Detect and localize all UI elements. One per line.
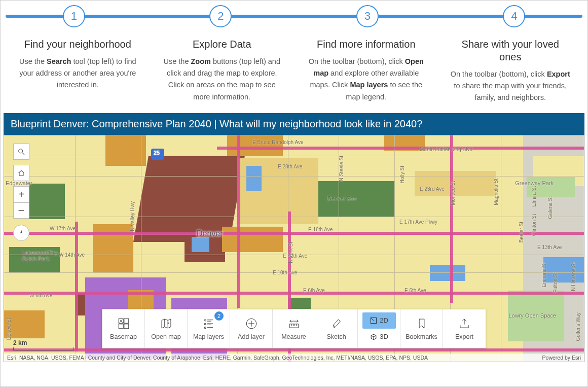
map-layers-icon	[202, 317, 215, 330]
street-steele: N Steele St	[339, 156, 344, 182]
street-e23: E 23rd Ave	[420, 186, 445, 192]
measure-button[interactable]: Measure	[273, 309, 315, 348]
street-e6: E 6th Ave	[405, 288, 426, 293]
zoom-out-button[interactable]: −	[13, 202, 29, 219]
export-label: Export	[455, 333, 473, 340]
street-golfers: Golfer's Way	[575, 312, 581, 341]
street-emporia: Emporia St	[541, 262, 547, 287]
neighborhood-greenway: Greenway Park	[515, 180, 554, 186]
street-depew: Depew St	[6, 318, 12, 340]
basemap-icon	[117, 317, 130, 330]
view-2d-button[interactable]: 2D	[362, 312, 396, 329]
export-icon	[458, 317, 471, 330]
view-2d-label: 2D	[380, 316, 388, 324]
park-label-zoo: Denver Zoo	[327, 195, 356, 201]
street-monaco: Monaco St	[450, 181, 456, 205]
bookmarks-label: Bookmarks	[406, 333, 437, 340]
svg-rect-5	[124, 324, 128, 328]
step-2-title: Explore Data	[161, 38, 283, 51]
open-map-button[interactable]: Open map	[145, 309, 188, 348]
view-3d-label: 3D	[380, 333, 388, 340]
zoom-in-button[interactable]: +	[13, 186, 29, 202]
open-map-icon	[160, 317, 173, 330]
compass-icon	[17, 229, 25, 237]
street-w6: W 6th Ave	[29, 293, 52, 298]
street-elmira: Elmira St	[531, 186, 537, 207]
bookmarks-button[interactable]: Bookmarks	[400, 309, 443, 348]
street-w14: W 14th Ave	[59, 252, 85, 258]
street-w17: W 17th Ave	[50, 226, 76, 231]
add-layer-label: Add layer	[238, 333, 265, 340]
add-layer-button[interactable]: Add layer	[230, 309, 273, 348]
step-circle-4: 4	[503, 5, 525, 27]
home-icon	[17, 169, 25, 177]
street-magnolia: Magnolia St	[493, 179, 499, 205]
street-e10: E 10th Ave	[273, 270, 297, 275]
step-4-title: Share with your loved ones	[450, 38, 572, 63]
svg-line-1	[22, 153, 24, 155]
search-icon	[17, 148, 25, 156]
open-map-label: Open map	[151, 333, 180, 340]
view-mode-group: 2D 3D	[358, 309, 400, 348]
step-descriptions: Find your neighborhood Use the Search to…	[1, 31, 587, 111]
sketch-button[interactable]: Sketch	[315, 309, 358, 348]
map-canvas[interactable]: Denver Denver Zoo Edgewater Lakewood/Dry…	[4, 135, 584, 362]
street-galena: Galena St	[547, 196, 553, 219]
add-layer-icon	[245, 317, 258, 330]
step-3-desc: On the toolbar (bottom), click Open map …	[305, 56, 427, 103]
street-e17pkwy: E 17th Ave Pkwy	[399, 219, 437, 225]
stepper: 1 2 3 4	[1, 1, 587, 31]
cube-icon	[370, 333, 378, 341]
step-circle-2: 2	[209, 5, 232, 27]
svg-rect-4	[119, 324, 123, 328]
street-beeler: Beeler St	[519, 222, 524, 242]
svg-point-13	[204, 323, 206, 325]
step-4-desc: On the toolbar (bottom), click Export to…	[450, 68, 572, 104]
basemap-button[interactable]: Basemap	[102, 309, 145, 348]
city-label: Denver	[197, 229, 223, 238]
step-3-title: Find more information	[305, 38, 427, 51]
compass-button[interactable]	[13, 225, 29, 241]
step-circle-3: 3	[356, 5, 379, 27]
step-1-desc: Use the Search tool (top left) to find y…	[17, 56, 139, 91]
street-holly: Holly St	[399, 166, 405, 183]
attribution-bar: Esri, NASA, NGA, USGS, FEMA | County and…	[4, 354, 584, 362]
street-mlk: Martin Luther King Blvd	[420, 147, 472, 152]
map-toolbar: Basemap Open map 2 Map layers Add layer …	[102, 309, 486, 348]
map-layers-badge: 2	[214, 311, 224, 321]
street-e6w: E 6th Ave	[303, 288, 325, 293]
search-button[interactable]	[13, 144, 29, 160]
scale-bar	[13, 347, 74, 350]
basemap-label: Basemap	[110, 333, 137, 340]
street-havana: N Havana St	[571, 262, 576, 291]
attribution-text: Esri, NASA, NGA, USGS, FEMA | County and…	[7, 355, 428, 361]
bookmark-icon	[415, 317, 428, 330]
street-york: N York St	[288, 242, 293, 263]
street-e12: E 12th Ave	[283, 253, 307, 259]
powered-by: Powered by Esri	[542, 355, 581, 361]
street-fulton: Fulton St	[553, 272, 558, 293]
street-e16: E 16th Ave	[308, 227, 333, 232]
home-button[interactable]	[13, 165, 29, 181]
step-circle-1: 1	[63, 5, 85, 27]
street-bruce-randolph: E Bruce Randolph Ave	[252, 139, 303, 145]
svg-rect-21	[289, 324, 299, 327]
scale-label: 2 km	[13, 339, 27, 346]
svg-point-16	[204, 327, 206, 328]
map-layers-label: Map layers	[193, 333, 224, 340]
map-title-bar: Blueprint Denver: Comprehensive Plan 204…	[4, 113, 584, 135]
measure-icon	[287, 317, 301, 330]
view-3d-button[interactable]: 3D	[362, 329, 396, 345]
svg-point-0	[19, 149, 23, 153]
neighborhood-lowry: Lowry Open Space	[508, 312, 556, 319]
highway-shield-i25: 25	[154, 150, 160, 156]
svg-line-28	[371, 318, 374, 321]
street-e13: E 13th Ave	[537, 244, 562, 250]
street-valley: N Valley Hwy	[130, 201, 135, 231]
map-layers-button[interactable]: 2 Map layers	[188, 309, 230, 348]
export-button[interactable]: Export	[443, 309, 486, 348]
street-clinton: Clinton St	[531, 214, 537, 236]
square-icon	[370, 316, 378, 325]
sketch-label: Sketch	[326, 333, 346, 340]
step-1-title: Find your neighborhood	[17, 38, 139, 51]
